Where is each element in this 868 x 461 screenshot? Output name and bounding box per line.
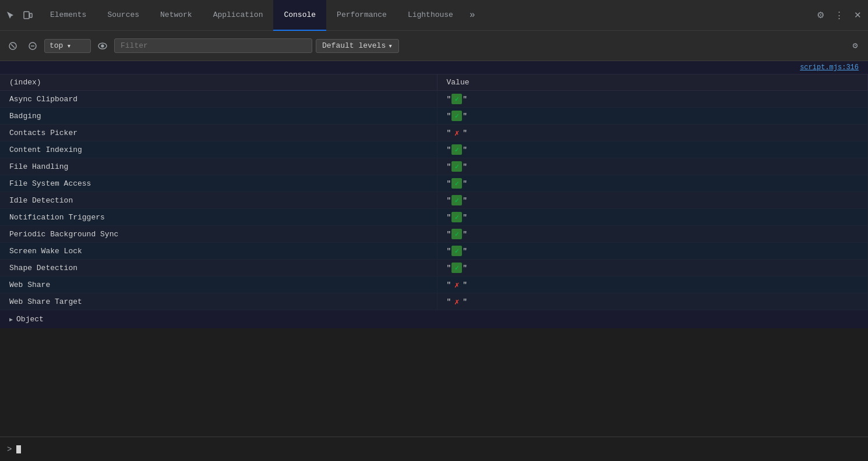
- checkmark-icon: ✓: [451, 144, 462, 155]
- table-cell-value: "✓": [437, 226, 868, 243]
- console-toolbar: top ▾ Default levels ▾ ⚙: [0, 31, 868, 61]
- cross-icon: ✗: [451, 279, 462, 290]
- tab-bar: Elements Sources Network Application Con…: [0, 0, 868, 31]
- table-cell-index: File Handling: [0, 158, 437, 175]
- table-row: Shape Detection"✓": [0, 260, 868, 276]
- eye-icon[interactable]: [94, 38, 111, 54]
- checkmark-icon: ✓: [451, 195, 462, 205]
- table-row: Idle Detection"✓": [0, 192, 868, 209]
- tab-sources[interactable]: Sources: [97, 0, 150, 31]
- svg-rect-0: [24, 12, 29, 19]
- table-cell-index: Badging: [0, 108, 437, 125]
- levels-chevron-icon: ▾: [388, 41, 393, 51]
- devtools-icons: [2, 7, 36, 23]
- checkmark-icon: ✓: [451, 178, 462, 189]
- col-index-header: (index): [0, 75, 437, 91]
- context-selector[interactable]: top ▾: [44, 39, 91, 53]
- console-table: (index) Value Async Clipboard"✓"Badging"…: [0, 75, 868, 310]
- table-cell-index: Screen Wake Lock: [0, 243, 437, 260]
- tab-list: Elements Sources Network Application Con…: [40, 0, 481, 31]
- more-tabs-button[interactable]: »: [464, 0, 481, 31]
- table-cell-value: "✓": [437, 141, 868, 158]
- block-icon[interactable]: [24, 38, 41, 54]
- svg-rect-1: [30, 13, 32, 17]
- table-row: Badging"✓": [0, 108, 868, 125]
- console-input-line: >: [0, 437, 868, 461]
- tab-performance[interactable]: Performance: [326, 0, 397, 31]
- table-cell-index: File System Access: [0, 175, 437, 192]
- table-row: File Handling"✓": [0, 158, 868, 175]
- table-cell-index: Web Share Target: [0, 293, 437, 310]
- svg-line-3: [11, 44, 15, 48]
- table-cell-value: "✓": [437, 260, 868, 276]
- cross-icon: ✗: [451, 296, 462, 307]
- table-row: Notification Triggers"✓": [0, 209, 868, 226]
- tab-application[interactable]: Application: [203, 0, 274, 31]
- settings-icon[interactable]: ⚙: [812, 7, 828, 23]
- log-levels-button[interactable]: Default levels ▾: [316, 39, 399, 53]
- table-header-row: (index) Value: [0, 75, 868, 91]
- checkmark-icon: ✓: [451, 111, 462, 121]
- cross-icon: ✗: [451, 127, 462, 138]
- cursor-icon[interactable]: [2, 7, 19, 23]
- table-row: Screen Wake Lock"✓": [0, 243, 868, 260]
- table-cell-value: "✓": [437, 91, 868, 108]
- table-cell-value: "✗": [437, 276, 868, 293]
- table-cell-value: "✓": [437, 158, 868, 175]
- table-cell-value: "✗": [437, 293, 868, 310]
- device-toolbar-icon[interactable]: [20, 7, 36, 23]
- table-row: Web Share"✗": [0, 276, 868, 293]
- table-cell-index: Web Share: [0, 276, 437, 293]
- console-settings-icon[interactable]: ⚙: [847, 38, 863, 54]
- clear-console-button[interactable]: [5, 38, 21, 54]
- col-value-header: Value: [437, 75, 868, 91]
- table-cell-value: "✓": [437, 192, 868, 209]
- close-icon[interactable]: ✕: [849, 7, 866, 23]
- table-cell-index: Notification Triggers: [0, 209, 437, 226]
- checkmark-icon: ✓: [451, 212, 462, 222]
- chevron-down-icon: ▾: [66, 41, 71, 51]
- table-row: Periodic Background Sync"✓": [0, 226, 868, 243]
- checkmark-icon: ✓: [451, 246, 462, 256]
- checkmark-icon: ✓: [451, 94, 462, 104]
- filter-input[interactable]: [114, 38, 312, 53]
- table-row: File System Access"✓": [0, 175, 868, 192]
- table-cell-value: "✗": [437, 125, 868, 141]
- table-cell-value: "✓": [437, 175, 868, 192]
- tab-network[interactable]: Network: [150, 0, 203, 31]
- checkmark-icon: ✓: [451, 263, 462, 273]
- object-label: Object: [16, 315, 44, 324]
- file-reference-link[interactable]: script.mjs:316: [800, 63, 859, 72]
- console-prompt-symbol: >: [7, 445, 12, 454]
- table-cell-index: Async Clipboard: [0, 91, 437, 108]
- tab-elements[interactable]: Elements: [40, 0, 97, 31]
- table-cell-index: Shape Detection: [0, 260, 437, 276]
- table-row: Content Indexing"✓": [0, 141, 868, 158]
- tab-lighthouse[interactable]: Lighthouse: [397, 0, 464, 31]
- object-row[interactable]: ▶ Object: [0, 310, 868, 328]
- table-cell-value: "✓": [437, 108, 868, 125]
- table-cell-index: Contacts Picker: [0, 125, 437, 141]
- tab-console[interactable]: Console: [273, 0, 326, 31]
- table-cell-value: "✓": [437, 209, 868, 226]
- table-cell-value: "✓": [437, 243, 868, 260]
- console-cursor: [16, 445, 21, 453]
- more-options-icon[interactable]: ⋮: [831, 7, 847, 23]
- expand-triangle-icon: ▶: [9, 316, 13, 323]
- table-row: Async Clipboard"✓": [0, 91, 868, 108]
- table-row: Web Share Target"✗": [0, 293, 868, 310]
- tab-bar-actions: ⚙ ⋮ ✕: [812, 7, 866, 23]
- checkmark-icon: ✓: [451, 229, 462, 239]
- svg-point-7: [101, 45, 104, 47]
- table-row: Contacts Picker"✗": [0, 125, 868, 141]
- console-table-wrapper: (index) Value Async Clipboard"✓"Badging"…: [0, 75, 868, 328]
- table-cell-index: Idle Detection: [0, 192, 437, 209]
- file-ref-bar: script.mjs:316: [0, 61, 868, 75]
- table-cell-index: Periodic Background Sync: [0, 226, 437, 243]
- table-cell-index: Content Indexing: [0, 141, 437, 158]
- checkmark-icon: ✓: [451, 161, 462, 172]
